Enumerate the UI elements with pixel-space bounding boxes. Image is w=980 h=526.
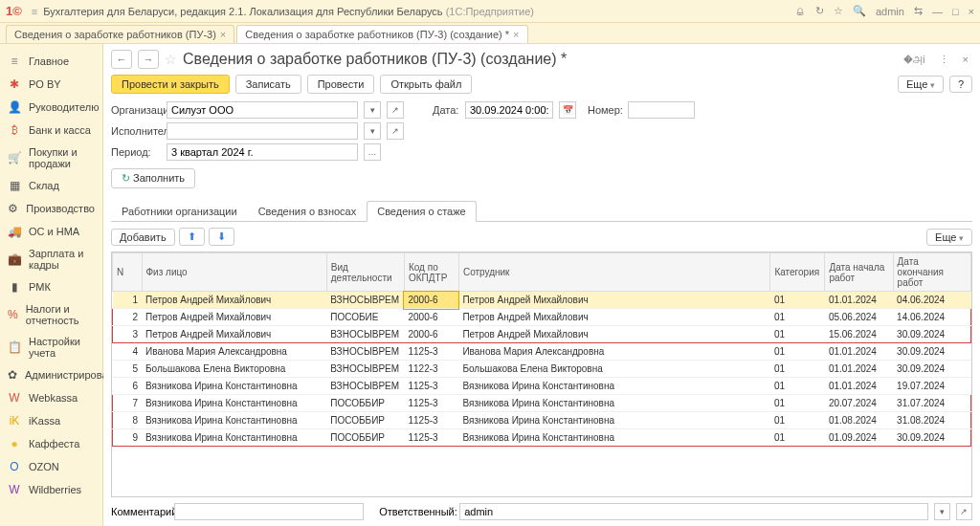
cell[interactable]: 01	[770, 378, 825, 395]
cell[interactable]: Петров Андрей Михайлович	[142, 292, 326, 309]
cell[interactable]: 1125-3	[404, 378, 458, 395]
org-input[interactable]	[167, 101, 358, 119]
cell[interactable]: 7	[113, 395, 143, 412]
executor-open-icon[interactable]: ↗	[387, 122, 404, 140]
cell[interactable]: 15.06.2024	[825, 326, 893, 343]
col-header[interactable]: Вид деятельности	[326, 253, 404, 292]
cell[interactable]: 01	[770, 412, 825, 429]
cell[interactable]: Петров Андрей Михайлович	[142, 326, 326, 343]
table-row[interactable]: 9Вязникова Ирина КонстантиновнаПОСОББИР1…	[113, 429, 971, 447]
table-row[interactable]: 6Вязникова Ирина КонстантиновнаВЗНОСЫВРЕ…	[113, 378, 971, 395]
cell[interactable]: 01.01.2024	[825, 361, 893, 378]
cell[interactable]: 01.01.2024	[825, 292, 893, 309]
cell[interactable]: Петров Андрей Михайлович	[142, 309, 326, 326]
cell[interactable]: 30.09.2024	[893, 429, 970, 447]
cell[interactable]: ВЗНОСЫВРЕМ	[326, 361, 404, 378]
window-close-icon[interactable]: ×	[959, 54, 972, 65]
open-file-button[interactable]: Открыть файл	[380, 75, 472, 94]
table-row[interactable]: 2Петров Андрей МихайловичПОСОБИЕ2000-6Пе…	[113, 309, 971, 326]
tab-contributions[interactable]: Сведения о взносах	[248, 201, 368, 222]
sidebar-item-2[interactable]: 👤Руководителю	[0, 96, 102, 119]
cell[interactable]: ПОСОББИР	[326, 395, 404, 412]
cell[interactable]: 1	[113, 292, 143, 309]
doc-tab-0[interactable]: Сведения о заработке работников (ПУ-3)×	[6, 25, 234, 43]
cell[interactable]: 01	[770, 429, 825, 447]
cell[interactable]: Вязникова Ирина Константиновна	[142, 395, 326, 412]
cell[interactable]: 01.09.2024	[825, 429, 893, 447]
cell[interactable]: 2000-6	[404, 326, 458, 343]
cell[interactable]: 31.07.2024	[893, 395, 970, 412]
col-header[interactable]: Физ лицо	[142, 253, 326, 292]
maximize-icon[interactable]: □	[952, 6, 959, 17]
cell[interactable]: Большакова Елена Викторовна	[458, 361, 770, 378]
cell[interactable]: 5	[113, 361, 143, 378]
move-up-button[interactable]: ⬆	[179, 228, 205, 246]
cell[interactable]: Большакова Елена Викторовна	[142, 361, 326, 378]
cell[interactable]: 01	[770, 326, 825, 343]
cell[interactable]: ПОСОББИР	[326, 412, 404, 429]
responsible-input[interactable]	[459, 503, 928, 520]
cell[interactable]: Петров Андрей Михайлович	[458, 326, 770, 343]
cell[interactable]: 1122-3	[404, 361, 458, 378]
cell[interactable]: Петров Андрей Михайлович	[458, 292, 770, 309]
sidebar-item-6[interactable]: ⚙Производство	[0, 197, 102, 220]
tab-workers[interactable]: Работники организации	[111, 201, 248, 222]
cell[interactable]: 05.06.2024	[825, 309, 893, 326]
cell[interactable]: 01.08.2024	[825, 412, 893, 429]
col-header[interactable]: N	[113, 253, 143, 292]
experience-table[interactable]: NФиз лицоВид деятельностиКод по ОКПДТРСо…	[111, 252, 972, 497]
cell[interactable]: Вязникова Ирина Константиновна	[458, 395, 770, 412]
menu-icon[interactable]: ≡	[32, 6, 37, 17]
more-button[interactable]: Еще	[898, 76, 944, 93]
sidebar-item-8[interactable]: 💼Зарплата и кадры	[0, 243, 102, 275]
cell[interactable]: 30.09.2024	[893, 343, 970, 361]
cell[interactable]: Вязникова Ирина Константиновна	[142, 429, 326, 447]
period-input[interactable]	[167, 143, 358, 161]
options-icon[interactable]: ⋮	[935, 54, 953, 66]
sidebar-item-1[interactable]: ✱PO BY	[0, 73, 102, 96]
sidebar-item-11[interactable]: 📋Настройки учета	[0, 331, 102, 363]
cell[interactable]: 3	[113, 326, 143, 343]
date-input[interactable]	[465, 101, 553, 119]
cell[interactable]: 4	[113, 343, 143, 361]
col-header[interactable]: Дата окончания работ	[893, 253, 970, 292]
favorite-icon[interactable]: ☆	[165, 52, 177, 67]
search-icon[interactable]: 🔍	[853, 5, 866, 17]
cell[interactable]: 01.01.2024	[825, 378, 893, 395]
close-icon[interactable]: ×	[220, 29, 226, 40]
doc-tab-1[interactable]: Сведения о заработке работников (ПУ-3) (…	[236, 25, 527, 43]
sidebar-item-5[interactable]: ▦Склад	[0, 174, 102, 197]
cell[interactable]: 01	[770, 309, 825, 326]
responsible-open-icon[interactable]: ↗	[956, 503, 972, 520]
sidebar-item-9[interactable]: ▮РМК	[0, 275, 102, 298]
sidebar-item-14[interactable]: iKiKassa	[0, 409, 102, 432]
cell[interactable]: Вязникова Ирина Константиновна	[458, 412, 770, 429]
table-row[interactable]: 3Петров Андрей МихайловичВЗНОСЫВРЕМ2000-…	[113, 326, 971, 343]
executor-dropdown-icon[interactable]: ▾	[364, 122, 381, 140]
sidebar-item-17[interactable]: WWildberries	[0, 478, 102, 501]
sidebar-item-4[interactable]: 🛒Покупки и продажи	[0, 142, 102, 174]
cell[interactable]: ВЗНОСЫВРЕМ	[326, 343, 404, 361]
nav-back-button[interactable]: ←	[111, 50, 132, 69]
col-header[interactable]: Категория	[770, 253, 825, 292]
close-icon[interactable]: ×	[513, 29, 519, 40]
cell[interactable]: 20.07.2024	[825, 395, 893, 412]
executor-input[interactable]	[167, 122, 358, 140]
cell[interactable]: 01	[770, 343, 825, 361]
cell[interactable]: 8	[113, 412, 143, 429]
table-row[interactable]: 4Иванова Мария АлександровнаВЗНОСЫВРЕМ11…	[113, 343, 971, 361]
cell[interactable]: Петров Андрей Михайлович	[458, 309, 770, 326]
col-header[interactable]: Сотрудник	[458, 253, 770, 292]
sidebar-item-13[interactable]: WWebkassa	[0, 386, 102, 409]
sidebar-item-15[interactable]: ●Каффеста	[0, 432, 102, 455]
close-icon[interactable]: ×	[969, 6, 974, 17]
org-open-icon[interactable]: ↗	[387, 101, 404, 119]
sidebar-item-16[interactable]: OOZON	[0, 455, 102, 478]
sidebar-item-3[interactable]: ₿Банк и касса	[0, 119, 102, 142]
settings-icon[interactable]: ⇆	[914, 5, 923, 17]
cell[interactable]: ВЗНОСЫВРЕМ	[326, 378, 404, 395]
calendar-icon[interactable]: 📅	[559, 101, 576, 119]
cell[interactable]: 01	[770, 395, 825, 412]
responsible-dropdown-icon[interactable]: ▾	[934, 503, 950, 520]
nav-fwd-button[interactable]: →	[138, 50, 159, 69]
